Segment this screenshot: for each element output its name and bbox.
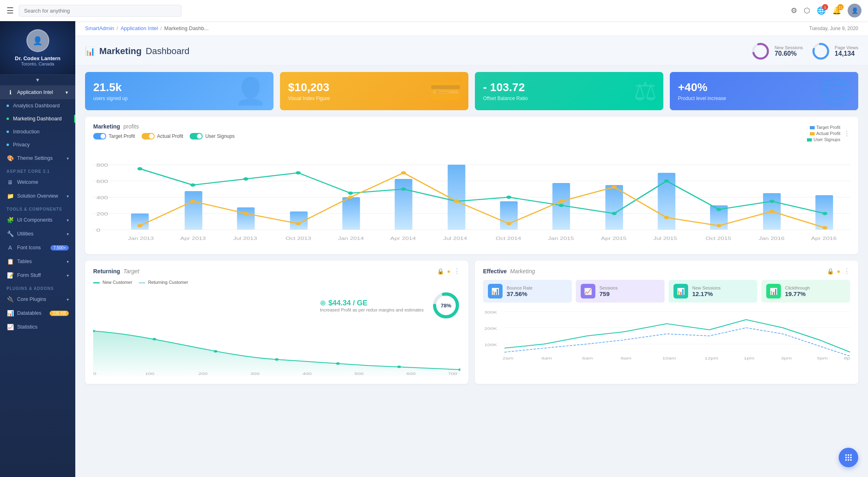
hamburger-button[interactable]: ☰ bbox=[7, 6, 14, 15]
layout: 👤 Dr. Codex Lantern Toronto, Canada ▼ ℹ … bbox=[0, 21, 868, 477]
profit-icon-row: ⊕ $44.34 / GE bbox=[320, 298, 424, 307]
sidebar-item-datatables[interactable]: 📊 Datatables 235 KB bbox=[0, 306, 75, 320]
top-nav: ☰ ⚙ ⬡ 🌐1 🔔11 👤 bbox=[0, 0, 868, 21]
form-arrow: ▾ bbox=[67, 273, 69, 278]
svg-point-50 bbox=[559, 200, 564, 203]
effective-circle-icon[interactable]: ● bbox=[837, 268, 840, 274]
sidebar-label-privacy: Privacy bbox=[13, 142, 69, 148]
user-avatar-top[interactable]: 👤 bbox=[848, 4, 861, 17]
chart-title: Marketing profits bbox=[93, 123, 139, 130]
svg-text:6am: 6am bbox=[582, 356, 593, 360]
sidebar-item-form-stuff[interactable]: 📝 Form Stuff ▾ bbox=[0, 268, 75, 282]
theme-arrow: ▾ bbox=[67, 156, 69, 161]
bell-icon[interactable]: 🔔11 bbox=[832, 6, 841, 15]
sidebar-item-core-plugins[interactable]: 🔌 Core Plugins ▾ bbox=[0, 292, 75, 306]
sidebar-item-font-icons[interactable]: A Font Icons 7,500+ bbox=[0, 241, 75, 255]
intro-dot bbox=[7, 131, 9, 133]
sidebar-item-marketing-dashboard[interactable]: Marketing Dashboard bbox=[0, 112, 75, 125]
toggle-actual-profit[interactable]: Actual Profit bbox=[142, 133, 184, 139]
form-icon: 📝 bbox=[7, 272, 14, 279]
svg-text:Jul 2014: Jul 2014 bbox=[443, 236, 467, 241]
svg-rect-19 bbox=[395, 179, 412, 230]
chart-container: 0 200 400 600 800 bbox=[93, 148, 850, 248]
sidebar-item-ui-components[interactable]: 🧩 UI Components ▾ bbox=[0, 213, 75, 227]
returning-kebab[interactable]: ⋮ bbox=[454, 267, 460, 275]
sidebar-label-datatables: Datatables bbox=[17, 310, 50, 316]
returning-customer-line bbox=[139, 282, 145, 283]
effective-kebab[interactable]: ⋮ bbox=[844, 267, 850, 275]
sidebar-label-ui: UI Components bbox=[17, 217, 67, 223]
settings-icon[interactable]: ⚙ bbox=[791, 6, 797, 15]
search-input[interactable] bbox=[19, 5, 181, 17]
globe-icon[interactable]: 🌐1 bbox=[817, 6, 826, 15]
donut-container: 78% bbox=[432, 291, 460, 320]
toggle-target-switch[interactable] bbox=[93, 133, 106, 139]
new-sessions-label: New Sessions bbox=[774, 45, 803, 50]
svg-point-52 bbox=[664, 216, 669, 219]
lock-icon[interactable]: 🔒 bbox=[437, 268, 444, 274]
breadcrumb-bar: SmartAdmin / Application Intel / Marketi… bbox=[75, 21, 868, 36]
breadcrumb-appintel[interactable]: Application Intel bbox=[120, 25, 158, 31]
svg-point-39 bbox=[716, 208, 721, 211]
sidebar-item-theme-settings[interactable]: 🎨 Theme Settings ▾ bbox=[0, 151, 75, 165]
sidebar-item-application-intel[interactable]: ℹ Application Intel ▼ bbox=[0, 85, 75, 99]
sidebar-item-introduction[interactable]: Introduction bbox=[0, 125, 75, 138]
plugins-arrow: ▾ bbox=[67, 297, 69, 302]
sidebar-label-introduction: Introduction bbox=[13, 129, 69, 135]
svg-point-29 bbox=[190, 183, 195, 187]
effective-title: Effective Marketing bbox=[483, 268, 535, 274]
svg-point-75 bbox=[214, 350, 217, 353]
sidebar-user-name: Dr. Codex Lantern bbox=[15, 55, 61, 61]
sidebar-item-tables[interactable]: 📋 Tables ▾ bbox=[0, 255, 75, 268]
sidebar-label-theme: Theme Settings bbox=[17, 155, 67, 161]
chart-kebab-menu[interactable]: ⋮ bbox=[844, 130, 850, 137]
new-sessions-info: New Sessions 12.17% bbox=[692, 285, 721, 297]
chart-panel-header: Marketing profits Target Profit bbox=[93, 123, 850, 144]
circle-icon[interactable]: ● bbox=[447, 268, 450, 274]
svg-text:Apr 2015: Apr 2015 bbox=[601, 236, 627, 241]
sidebar-item-welcome[interactable]: 🖥 Welcome bbox=[0, 175, 75, 189]
fab-icon bbox=[844, 453, 853, 462]
svg-point-110 bbox=[845, 459, 847, 461]
bottom-panels: Returning Target 🔒 ● ⋮ New Customer bbox=[85, 261, 858, 390]
toggle-signups-switch[interactable] bbox=[190, 133, 203, 139]
svg-text:1pm: 1pm bbox=[743, 356, 754, 360]
effective-lock-icon[interactable]: 🔒 bbox=[827, 268, 834, 274]
utilities-arrow: ▾ bbox=[67, 232, 69, 236]
svg-point-40 bbox=[770, 200, 774, 203]
sidebar-item-analytics-dashboard[interactable]: Analytics Dashboard bbox=[0, 99, 75, 112]
sidebar-item-solution-overview[interactable]: 📁 Solution Overview ▾ bbox=[0, 189, 75, 203]
svg-point-51 bbox=[612, 185, 617, 189]
page-title-icon: 📊 bbox=[85, 46, 95, 56]
sidebar-item-statistics[interactable]: 📈 Statistics bbox=[0, 320, 75, 334]
legend-actual bbox=[810, 132, 815, 135]
breadcrumb-smartadmin[interactable]: SmartAdmin bbox=[85, 25, 114, 31]
stat-balance-label: Offset Balance Ratio bbox=[483, 96, 655, 101]
sidebar-item-privacy[interactable]: Privacy bbox=[0, 138, 75, 151]
section-label-plugins: PLUGINS & ADDONS bbox=[0, 282, 75, 292]
nav-icons: ⚙ ⬡ 🌐1 🔔11 👤 bbox=[791, 4, 861, 17]
svg-text:Jul 2015: Jul 2015 bbox=[653, 236, 677, 241]
sidebar-label-core-plugins: Core Plugins bbox=[17, 296, 67, 302]
svg-text:700: 700 bbox=[448, 372, 457, 375]
globe-badge: 1 bbox=[822, 4, 828, 10]
svg-text:0: 0 bbox=[96, 228, 101, 233]
cube-icon[interactable]: ⬡ bbox=[804, 6, 810, 15]
page-header: 📊 Marketing Dashboard New Sessions 70.60… bbox=[75, 36, 868, 65]
svg-text:200: 200 bbox=[199, 372, 208, 375]
svg-point-28 bbox=[138, 167, 142, 170]
svg-point-55 bbox=[822, 226, 827, 229]
page-views-text: Page Views 14,134 bbox=[835, 45, 858, 57]
toggle-target-profit[interactable]: Target Profit bbox=[93, 133, 135, 139]
section-label-aspnet: ASP.NET CORE 3.1 bbox=[0, 165, 75, 175]
sidebar-chevron[interactable]: ▼ bbox=[0, 75, 75, 85]
sidebar-item-utilities[interactable]: 🔧 Utilities ▾ bbox=[0, 227, 75, 241]
fab-button[interactable] bbox=[839, 448, 858, 467]
toggle-user-signups[interactable]: User Signups bbox=[190, 133, 234, 139]
sidebar-label-solution: Solution Overview bbox=[17, 193, 67, 199]
svg-text:8pm: 8pm bbox=[844, 356, 850, 360]
sidebar-avatar[interactable]: 👤 bbox=[26, 29, 49, 52]
toggle-actual-switch[interactable] bbox=[142, 133, 155, 139]
breadcrumb-sep1: / bbox=[117, 25, 118, 31]
svg-rect-20 bbox=[448, 165, 465, 230]
